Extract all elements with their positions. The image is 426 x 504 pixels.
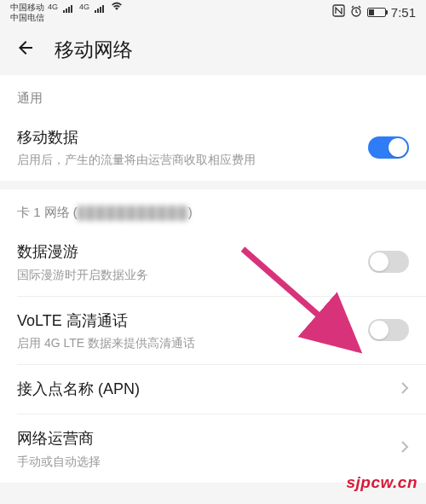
row-mobile-data[interactable]: 移动数据 启用后，产生的流量将由运营商收取相应费用 [0, 113, 426, 181]
wifi-icon [111, 2, 123, 13]
chevron-right-icon [400, 440, 409, 457]
volte-toggle[interactable] [368, 319, 409, 341]
alarm-icon [350, 5, 362, 20]
operator-sub: 手动或自动选择 [17, 454, 400, 469]
net-badge-1: 4G [48, 3, 58, 12]
row-volte[interactable]: VoLTE 高清通话 启用 4G LTE 数据来提供高清通话 [0, 297, 426, 364]
volte-title: VoLTE 高清通话 [17, 310, 368, 332]
status-bar: 中国移动 4G 4G 中国电信 7:51 [0, 0, 426, 24]
watermark: sjpcw.cn [346, 473, 417, 492]
row-roaming[interactable]: 数据漫游 国际漫游时开启数据业务 [0, 228, 426, 295]
row-operator[interactable]: 网络运营商 手动或自动选择 [0, 414, 426, 482]
section-general: 通用 [0, 75, 426, 113]
operator-title: 网络运营商 [17, 428, 400, 449]
signal-icon [63, 3, 72, 13]
roaming-title: 数据漫游 [17, 241, 368, 263]
nfc-icon [332, 4, 345, 20]
mobile-data-toggle[interactable] [368, 136, 409, 159]
apn-title: 接入点名称 (APN) [17, 379, 400, 400]
back-icon[interactable] [15, 38, 36, 61]
row-apn[interactable]: 接入点名称 (APN) [0, 365, 426, 414]
signal-icon-2 [95, 3, 104, 13]
section-sim1: 卡 1 网络 () [0, 189, 426, 228]
volte-sub: 启用 4G LTE 数据来提供高清通话 [17, 335, 368, 350]
chevron-right-icon [400, 381, 409, 398]
battery-icon [367, 8, 386, 17]
roaming-sub: 国际漫游时开启数据业务 [17, 267, 368, 282]
mobile-data-title: 移动数据 [17, 127, 368, 148]
carrier-2: 中国电信 [10, 13, 123, 22]
header: 移动网络 [0, 24, 426, 75]
carrier-1: 中国移动 [10, 3, 44, 12]
status-time: 7:51 [391, 5, 416, 20]
phone-number-redacted [78, 206, 188, 221]
page-title: 移动网络 [55, 37, 133, 63]
mobile-data-sub: 启用后，产生的流量将由运营商收取相应费用 [17, 152, 368, 167]
roaming-toggle[interactable] [368, 251, 409, 273]
net-badge-2: 4G [79, 3, 89, 12]
